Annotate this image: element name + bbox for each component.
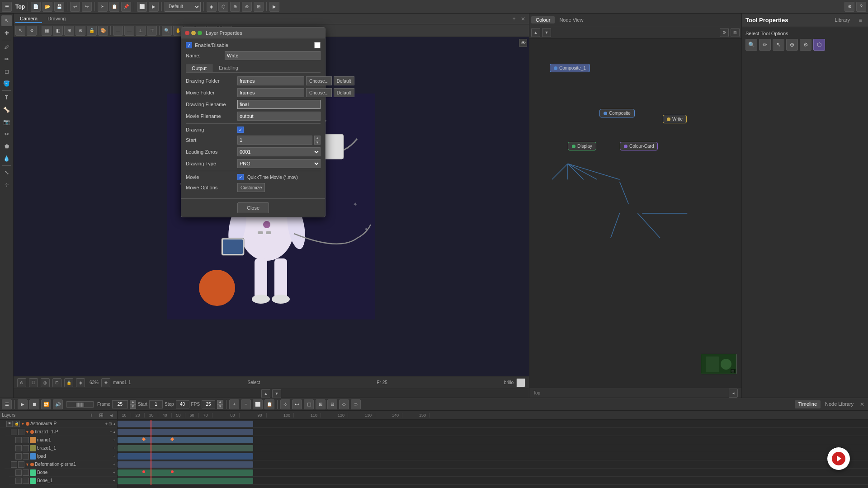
vp-zoom-icon[interactable]: 🔍 xyxy=(162,26,172,36)
node-library-tab[interactable]: Node Library xyxy=(821,400,857,408)
vp-bottom-icon2[interactable]: ☐ xyxy=(29,378,38,387)
nav-up-icon[interactable]: ▲ xyxy=(261,389,270,398)
viewport-eye-icon[interactable]: 👁 xyxy=(519,39,527,47)
nv-scroll-btn[interactable]: ◂ xyxy=(729,389,738,398)
tl-skin-icon[interactable]: ◫ xyxy=(304,399,314,409)
vp-bottom-icon1[interactable]: ⊙ xyxy=(17,378,26,387)
deform-tool[interactable]: ⤡ xyxy=(1,167,12,178)
nv-down-icon[interactable]: ▼ xyxy=(542,28,551,37)
tl-sound-icon[interactable]: 🔊 xyxy=(53,399,63,409)
props-icon-6[interactable]: ⬡ xyxy=(813,39,825,51)
layer-properties-dialog[interactable]: Layer Properties ✓ Enable/Disable Name: … xyxy=(181,27,326,217)
vp-bottom-icon5[interactable]: 🔒 xyxy=(64,378,73,387)
text-tool[interactable]: T xyxy=(1,92,12,103)
vp-onion-icon[interactable]: ⊛ xyxy=(75,26,85,36)
record-button[interactable] xyxy=(827,447,850,470)
drawing-type-select[interactable]: PNG TGA SGI xyxy=(237,159,321,168)
frame-input[interactable] xyxy=(112,400,128,408)
poly-tool[interactable]: ⬟ xyxy=(1,141,12,152)
layer-lock-7[interactable] xyxy=(23,478,29,484)
add-layer-btn[interactable]: + xyxy=(87,411,95,419)
vp-lock-icon[interactable]: 🔒 xyxy=(87,26,97,36)
paint-tool[interactable]: 🪣 xyxy=(1,78,12,89)
undo-icon[interactable]: ↩ xyxy=(70,2,80,12)
save-icon[interactable]: 💾 xyxy=(54,2,64,12)
vp-peg-icon[interactable]: ⊞ xyxy=(64,26,74,36)
layer-add-6[interactable]: + xyxy=(113,470,115,475)
tl-menu-icon[interactable]: ☰ xyxy=(2,399,12,409)
track-0[interactable] xyxy=(118,420,868,428)
vp-grid-icon[interactable]: ▦ xyxy=(42,26,52,36)
vp-bottom-icon7[interactable]: 👁 xyxy=(101,378,110,387)
node-composite1[interactable]: Composite_1 xyxy=(550,64,590,72)
brillo-swatch[interactable] xyxy=(516,378,525,387)
tl-del-icon[interactable]: − xyxy=(241,399,251,409)
add-view-btn[interactable]: + xyxy=(510,15,518,23)
thumb-expand-icon[interactable]: ⊞ xyxy=(731,369,736,373)
open-icon[interactable]: 📂 xyxy=(42,2,52,12)
layer-lock-2[interactable] xyxy=(23,437,29,443)
help-icon[interactable]: ? xyxy=(856,2,866,12)
track-2[interactable] xyxy=(118,436,868,444)
layer-row-0[interactable]: 👁 🔒 ▼ Astronauta-P + ⊞ ◂ xyxy=(0,420,117,428)
drawing-folder-input[interactable] xyxy=(237,76,304,85)
menu-icon[interactable]: ☰ xyxy=(2,2,12,12)
track-4[interactable] xyxy=(118,452,868,460)
tl-key-icon[interactable]: ◇ xyxy=(339,399,349,409)
layer-options-btn[interactable]: ⊞ xyxy=(97,411,105,419)
layer-vis-4[interactable] xyxy=(15,453,22,460)
vp-draw1-icon[interactable]: — xyxy=(113,26,123,36)
layer-vis-5[interactable] xyxy=(11,461,17,468)
default-btn-2[interactable]: Default xyxy=(334,88,354,97)
vp-color-icon[interactable]: 🎨 xyxy=(98,26,108,36)
timeline-tracks[interactable]: 10 20 30 40 50 60 70 80 90 100 110 120 1… xyxy=(118,411,868,488)
layer-vis-7[interactable] xyxy=(15,478,22,484)
layer-expand-1[interactable]: ▼ xyxy=(25,430,29,434)
drawing-checkbox[interactable]: ✓ xyxy=(237,127,244,133)
timeline-tab[interactable]: Timeline xyxy=(795,400,821,408)
track-1[interactable] xyxy=(118,428,868,436)
track-6[interactable] xyxy=(118,469,868,477)
layer-lock-5[interactable] xyxy=(18,461,24,468)
track-3[interactable] xyxy=(118,444,868,452)
name-input[interactable] xyxy=(225,51,321,60)
layer-add-3[interactable]: + xyxy=(113,446,115,450)
drawing-tab[interactable]: Drawing xyxy=(43,15,70,23)
colour-tab[interactable]: Colour xyxy=(531,16,555,23)
start-down[interactable]: ▼ xyxy=(314,140,321,145)
layer-add-5[interactable]: + xyxy=(113,462,115,467)
track-5[interactable] xyxy=(118,460,868,469)
layer-vis-6[interactable] xyxy=(15,469,22,476)
rigging-tool[interactable]: ⊹ xyxy=(1,179,12,190)
pencil-tool[interactable]: ✏ xyxy=(1,54,12,65)
cutter-tool[interactable]: ✂ xyxy=(1,129,12,140)
layer-vis-1[interactable] xyxy=(11,429,17,435)
choose-btn-2[interactable]: Choose... xyxy=(306,88,332,97)
fps-up[interactable]: ▲ xyxy=(217,400,223,404)
frame-up[interactable]: ▲ xyxy=(130,400,136,404)
win-max-btn[interactable] xyxy=(198,31,202,35)
start-input[interactable] xyxy=(149,400,163,408)
nv-setting-icon[interactable]: ⚙ xyxy=(720,28,729,37)
tl-play-icon[interactable]: ▶ xyxy=(18,399,28,409)
select-tool[interactable]: ↖ xyxy=(1,15,12,26)
enabling-tab[interactable]: Enabling xyxy=(213,64,244,72)
node-write[interactable]: Display xyxy=(568,142,596,150)
bone-tool[interactable]: 🦴 xyxy=(1,104,12,115)
layer-lock-0[interactable]: 🔒 xyxy=(14,421,20,427)
tool1-icon[interactable]: ◈ xyxy=(207,2,217,12)
layer-add-4[interactable]: + xyxy=(113,454,115,459)
library-tab[interactable]: Library xyxy=(830,16,854,24)
layer-row-3[interactable]: brazo1_1 + xyxy=(9,444,117,452)
layer-lock-3[interactable] xyxy=(23,445,29,451)
fps-input[interactable] xyxy=(202,400,215,408)
layer-row-7[interactable]: Bone_1 + xyxy=(9,477,117,485)
props-icon-1[interactable]: 🔍 xyxy=(745,39,757,51)
start-field-input[interactable] xyxy=(237,136,312,145)
tool5-icon[interactable]: ⊞ xyxy=(254,2,264,12)
tl-add-icon[interactable]: + xyxy=(229,399,239,409)
transform-icon[interactable]: ⬜ xyxy=(137,2,147,12)
choose-btn-1[interactable]: Choose... xyxy=(306,76,332,85)
layer-lock-4[interactable] xyxy=(23,453,29,460)
camera-tool[interactable]: 📷 xyxy=(1,117,12,127)
